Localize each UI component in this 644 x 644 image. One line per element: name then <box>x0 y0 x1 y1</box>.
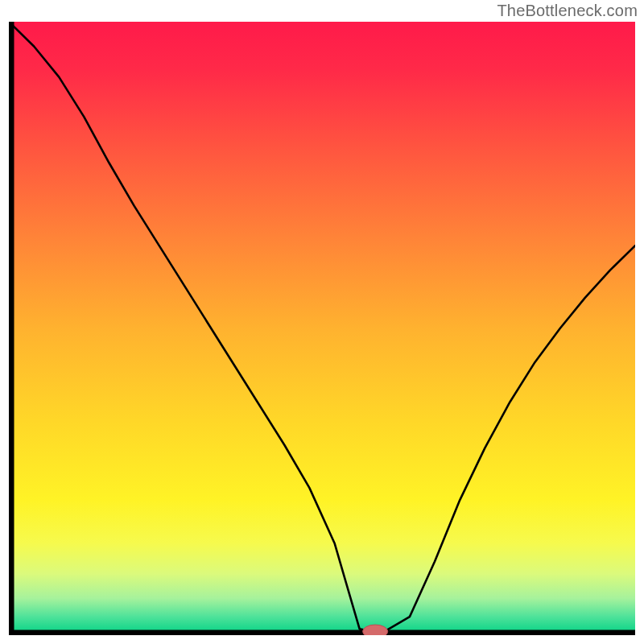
bottleneck-curve-plot <box>9 22 635 635</box>
gradient-background <box>9 22 635 635</box>
attribution-text: TheBottleneck.com <box>497 2 638 20</box>
plot-frame <box>9 22 635 635</box>
chart-container: TheBottleneck.com <box>0 0 644 644</box>
optimum-marker <box>363 625 388 635</box>
